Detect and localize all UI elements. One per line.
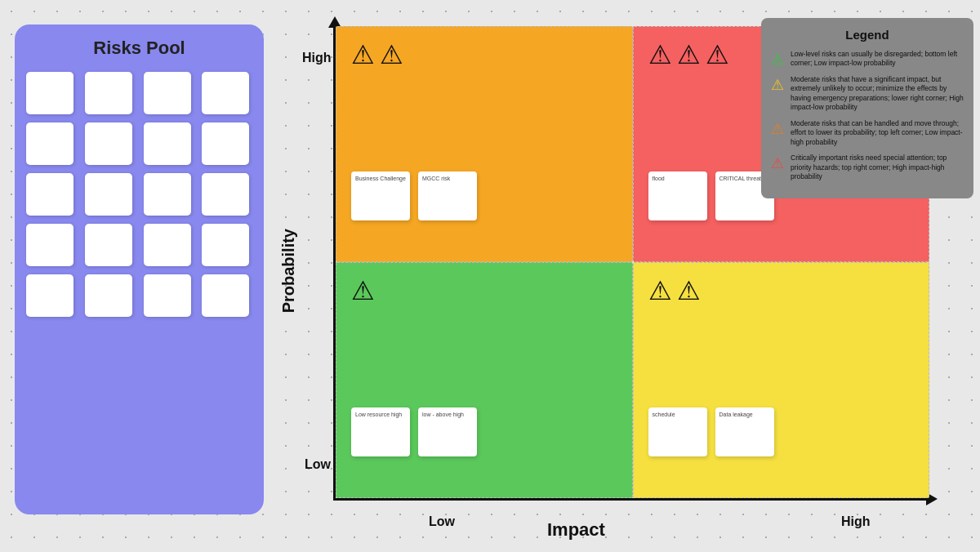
yellow-warning-icon: ⚠ (771, 76, 784, 94)
cards-top-right: flood CRITICAL threat (648, 171, 774, 220)
impact-label: Impact (547, 519, 605, 541)
legend-text-red: Critically important risks need special … (791, 154, 964, 181)
risk-card[interactable]: MGCC risk (418, 171, 477, 220)
cards-bottom-left: Low resource high low - above high (351, 407, 477, 456)
warn-icons-bottom-right: ⚠ ⚠ (648, 278, 701, 304)
warning-icon: ⚠ (677, 278, 701, 304)
card-text: Data leakage (719, 411, 770, 418)
high-y-label: High (302, 51, 332, 65)
risk-card[interactable]: Business Challenge (351, 171, 410, 220)
pool-card[interactable] (202, 122, 249, 165)
card-text: schedule (653, 411, 703, 418)
card-text: MGCC risk (422, 175, 473, 182)
cards-top-left: Business Challenge MGCC risk (351, 171, 477, 220)
pool-card[interactable] (202, 274, 249, 317)
pool-card[interactable] (26, 224, 74, 266)
warn-icons-top-right: ⚠ ⚠ ⚠ (648, 42, 729, 68)
pool-card[interactable] (85, 72, 132, 114)
pool-card[interactable] (144, 274, 191, 317)
low-y-label: Low (305, 457, 331, 472)
pool-card[interactable] (26, 274, 74, 317)
pool-card[interactable] (26, 72, 74, 114)
warning-icon: ⚠ (648, 42, 672, 68)
cards-bottom-right: schedule Data leakage (648, 407, 774, 456)
card-text: Low resource high (355, 411, 406, 418)
quadrant-top-left: ⚠ ⚠ Business Challenge MGCC risk (336, 26, 633, 262)
probability-label: Probability (279, 229, 298, 313)
risk-card[interactable]: low - above high (418, 407, 477, 456)
pool-card[interactable] (85, 122, 132, 165)
pool-card[interactable] (144, 173, 191, 216)
pool-card[interactable] (202, 173, 249, 216)
warn-icons-bottom-left: ⚠ (351, 278, 375, 304)
quadrant-bottom-right: ⚠ ⚠ schedule Data leakage (633, 262, 930, 498)
risks-pool: Risks Pool (15, 24, 264, 514)
warning-icon: ⚠ (706, 42, 729, 68)
green-warning-icon: ⚠ (771, 51, 784, 69)
warning-icon: ⚠ (351, 42, 375, 68)
legend-item-yellow: ⚠ Moderate risks that have a significant… (771, 75, 964, 113)
legend: Legend ⚠ Low-level risks can usually be … (761, 18, 973, 198)
legend-text-orange: Moderate risks that can be handled and m… (791, 119, 964, 147)
warning-icon: ⚠ (677, 42, 701, 68)
pool-card[interactable] (26, 173, 74, 216)
pool-card[interactable] (144, 72, 191, 114)
legend-title: Legend (771, 28, 964, 42)
risk-card[interactable]: schedule (648, 407, 707, 456)
pool-card[interactable] (85, 224, 132, 266)
x-axis (333, 498, 929, 501)
pool-card[interactable] (202, 224, 249, 266)
pool-card[interactable] (144, 224, 191, 266)
low-x-label: Low (429, 514, 455, 529)
pool-card[interactable] (85, 173, 132, 216)
quadrant-bottom-left: ⚠ Low resource high low - above high (336, 262, 633, 498)
red-warning-icon: ⚠ (771, 154, 784, 172)
pool-card[interactable] (144, 122, 191, 165)
legend-text-yellow: Moderate risks that have a significant i… (791, 75, 964, 113)
legend-item-red: ⚠ Critically important risks need specia… (771, 154, 964, 181)
pool-card[interactable] (26, 122, 74, 165)
high-x-label: High (841, 514, 871, 529)
risks-pool-title: Risks Pool (26, 38, 252, 59)
pool-card[interactable] (202, 72, 249, 114)
warning-icon: ⚠ (648, 278, 672, 304)
orange-warning-icon: ⚠ (771, 120, 784, 138)
risk-card[interactable]: Low resource high (351, 407, 410, 456)
pool-grid (26, 72, 252, 317)
card-text: flood (653, 175, 703, 182)
risk-card[interactable]: flood (648, 171, 707, 220)
card-text: low - above high (422, 411, 473, 418)
card-text: Business Challenge (355, 175, 406, 182)
warning-icon: ⚠ (380, 42, 403, 68)
legend-text-green: Low-level risks can usually be disregard… (791, 50, 964, 69)
risk-card[interactable]: Data leakage (715, 407, 774, 456)
pool-card[interactable] (85, 274, 132, 317)
warn-icons-top-left: ⚠ ⚠ (351, 42, 403, 68)
warning-icon: ⚠ (351, 278, 375, 304)
legend-item-green: ⚠ Low-level risks can usually be disrega… (771, 50, 964, 69)
legend-item-orange: ⚠ Moderate risks that can be handled and… (771, 119, 964, 147)
